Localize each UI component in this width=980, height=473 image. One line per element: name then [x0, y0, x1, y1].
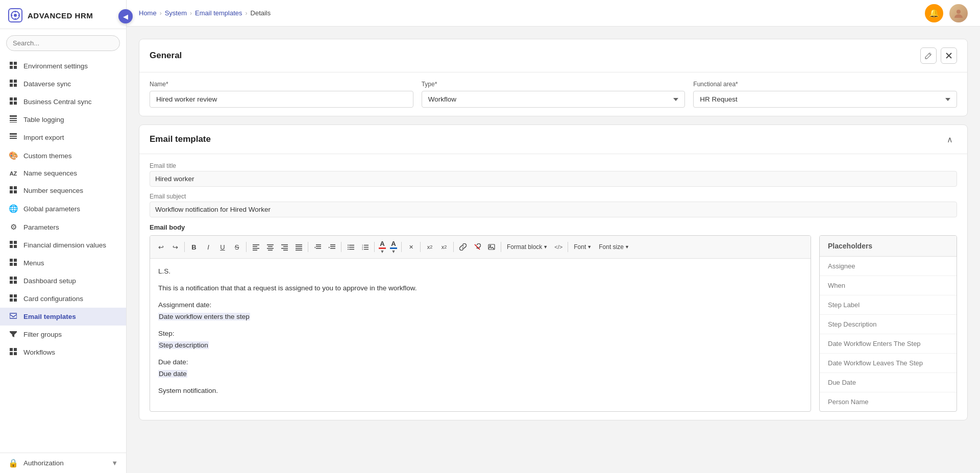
superscript-button[interactable]: x2	[437, 240, 451, 254]
svg-line-85	[475, 244, 480, 250]
strikethrough-button[interactable]: S	[230, 240, 243, 254]
format-block-dropdown[interactable]: Format block ▼	[504, 242, 551, 252]
bg-color-button[interactable]: A ▼	[388, 239, 399, 255]
italic-button[interactable]: I	[202, 240, 215, 254]
content-area: General	[127, 27, 980, 473]
sidebar-item-parameters[interactable]: ⚙ Parameters	[0, 218, 126, 236]
link-button[interactable]	[456, 240, 470, 254]
placeholder-step-description[interactable]: Step Description	[820, 315, 957, 334]
placeholder-due-date[interactable]: Due Date	[820, 373, 957, 392]
breadcrumb: Home › System › Email templates › Detail…	[139, 9, 271, 17]
email-template-card: Email template ∧ Email title Hired worke…	[139, 125, 968, 420]
svg-rect-27	[10, 190, 13, 193]
sidebar-label: Dashboard setup	[23, 277, 76, 285]
collapse-button[interactable]: ∧	[943, 132, 957, 146]
sidebar-label: Number sequences	[23, 187, 83, 194]
name-input[interactable]	[150, 91, 413, 108]
svg-rect-46	[10, 348, 13, 351]
sidebar-item-global-parameters[interactable]: 🌐 Global parameters	[0, 200, 126, 218]
svg-rect-58	[268, 250, 273, 251]
sidebar-label: Email templates	[23, 313, 76, 320]
close-button[interactable]	[941, 47, 957, 64]
email-editor[interactable]: L.S. This is a notification that that a …	[150, 259, 811, 404]
sidebar-item-dataverse-sync[interactable]: Dataverse sync	[0, 75, 126, 93]
globe-icon: 🌐	[8, 204, 18, 213]
sidebar-label: Card configurations	[23, 295, 83, 303]
sidebar-item-menus[interactable]: Menus	[0, 254, 126, 272]
image-button[interactable]	[485, 240, 498, 254]
svg-rect-67	[316, 244, 321, 245]
svg-rect-9	[14, 66, 17, 69]
sidebar-item-number-sequences[interactable]: Number sequences	[0, 182, 126, 200]
sidebar-item-filter-groups[interactable]: Filter groups	[0, 326, 126, 343]
editor-line: Date workflow enters the step	[158, 311, 802, 323]
placeholder-person-name[interactable]: Person Name	[820, 392, 957, 411]
breadcrumb-email-templates[interactable]: Email templates	[195, 9, 242, 17]
sidebar-item-email-templates[interactable]: Email templates	[0, 308, 126, 326]
grid-icon	[8, 62, 18, 70]
general-card-header: General	[139, 39, 967, 72]
svg-rect-74	[349, 244, 354, 245]
sidebar-item-business-central-sync[interactable]: Business Central sync	[0, 93, 126, 111]
editor-wrapper: ↩ ↪ B I U S	[150, 235, 811, 412]
sidebar-item-name-sequences[interactable]: AZ Name sequences	[0, 165, 126, 182]
breadcrumb-home[interactable]: Home	[139, 9, 157, 17]
placeholder-when[interactable]: When	[820, 276, 957, 295]
redo-button[interactable]: ↪	[168, 240, 182, 254]
sidebar-item-card-configurations[interactable]: Card configurations	[0, 290, 126, 308]
authorization-section[interactable]: 🔒 Authorization ▼	[0, 453, 126, 473]
font-color-button[interactable]: A ▼	[377, 239, 387, 255]
edit-button[interactable]	[920, 47, 937, 64]
indent-less-button[interactable]	[311, 240, 324, 254]
unlink-button[interactable]	[471, 240, 484, 254]
functional-area-label: Functional area*	[693, 81, 957, 88]
sidebar-collapse-button[interactable]: ◀	[118, 9, 133, 23]
indent-more-button[interactable]	[325, 240, 338, 254]
ordered-list-button[interactable]: 1.2.3.	[358, 240, 372, 254]
sidebar-item-environment-settings[interactable]: Environment settings	[0, 57, 126, 75]
font-dropdown[interactable]: Font ▼	[571, 242, 595, 252]
sidebar-item-dashboard-setup[interactable]: Dashboard setup	[0, 272, 126, 290]
svg-rect-23	[10, 136, 17, 137]
avatar[interactable]	[949, 4, 968, 22]
align-left-button[interactable]	[249, 240, 262, 254]
align-right-button[interactable]	[278, 240, 291, 254]
align-center-button[interactable]	[263, 240, 277, 254]
sidebar-item-financial-dimension-values[interactable]: Financial dimension values	[0, 236, 126, 254]
placeholder-date-workflow-enters[interactable]: Date Workflow Enters The Step	[820, 334, 957, 354]
functional-area-select[interactable]: HR Request	[693, 91, 957, 108]
underline-button[interactable]: U	[216, 240, 229, 254]
svg-rect-51	[253, 244, 259, 245]
placeholder-date-workflow-leaves[interactable]: Date Workflow Leaves The Step	[820, 354, 957, 373]
undo-button[interactable]: ↩	[154, 240, 167, 254]
dropdown-arrow-icon: ▼	[625, 244, 629, 250]
svg-rect-32	[14, 245, 17, 248]
bold-button[interactable]: B	[187, 240, 201, 254]
sidebar-label: Custom themes	[23, 152, 72, 160]
sidebar-label: Workflows	[23, 348, 55, 356]
type-select[interactable]: Workflow	[422, 91, 685, 108]
notification-button[interactable]: 🔔	[925, 4, 943, 22]
sidebar: ADVANCED HRM Environment settings Datave…	[0, 0, 127, 473]
svg-point-77	[348, 248, 349, 250]
justify-button[interactable]	[292, 240, 305, 254]
sidebar-item-import-export[interactable]: Import export	[0, 129, 126, 146]
sidebar-item-workflows[interactable]: Workflows	[0, 343, 126, 361]
sidebar-item-custom-themes[interactable]: 🎨 Custom themes	[0, 146, 126, 165]
code-button[interactable]: </>	[552, 240, 565, 254]
svg-rect-76	[349, 246, 354, 247]
placeholder-assignee[interactable]: Assignee	[820, 257, 957, 276]
email-subject-value: Workflow notification for Hired Worker	[150, 202, 957, 217]
unordered-list-button[interactable]	[344, 240, 357, 254]
clear-format-button[interactable]: ✕	[404, 240, 418, 254]
placeholder-step-label[interactable]: Step Label	[820, 295, 957, 315]
editor-line: Assignment date:	[158, 300, 802, 311]
sidebar-item-table-logging[interactable]: Table logging	[0, 111, 126, 129]
subscript-button[interactable]: x2	[423, 240, 436, 254]
svg-rect-17	[14, 102, 17, 105]
breadcrumb-sep: ›	[246, 10, 248, 17]
placeholder-highlight: Step description	[158, 341, 209, 349]
font-size-dropdown[interactable]: Font size ▼	[596, 242, 632, 252]
search-input[interactable]	[6, 35, 120, 51]
breadcrumb-system[interactable]: System	[165, 9, 187, 17]
